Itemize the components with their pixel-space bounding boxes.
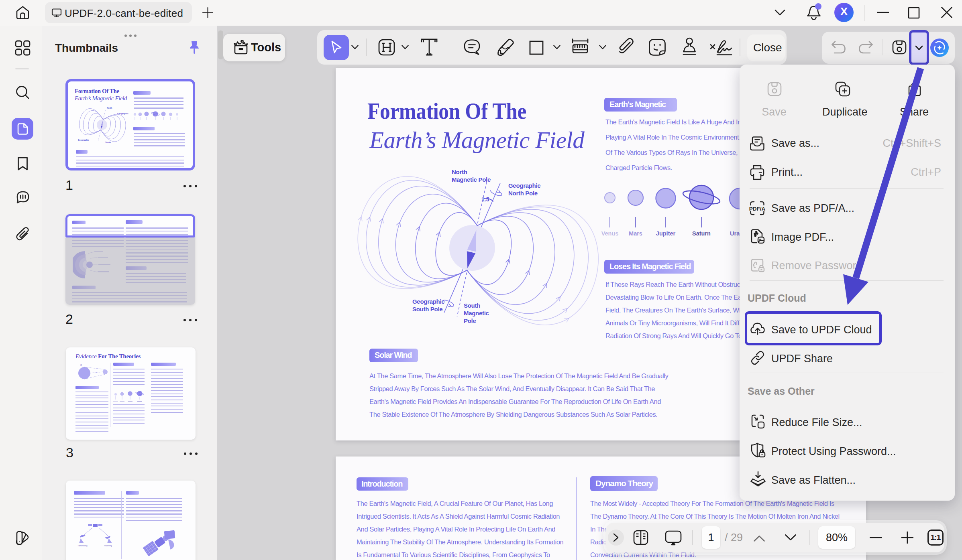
svg-text:O: O <box>80 364 82 366</box>
svg-text:Geographic: Geographic <box>78 139 89 141</box>
svg-text:Receiving: Receiving <box>104 545 112 547</box>
svg-text:Venus: Venus <box>601 230 619 237</box>
svg-text:Geographic: Geographic <box>117 112 128 115</box>
svg-text:Jupiter: Jupiter <box>656 230 676 237</box>
svg-text:South: South <box>105 141 111 144</box>
svg-text:Saturn: Saturn <box>692 230 711 237</box>
svg-text:PDF/A: PDF/A <box>749 206 766 212</box>
svg-text:Transmitting: Transmitting <box>77 545 88 547</box>
svg-text:Mars: Mars <box>629 230 642 237</box>
svg-text:North: North <box>107 107 112 109</box>
